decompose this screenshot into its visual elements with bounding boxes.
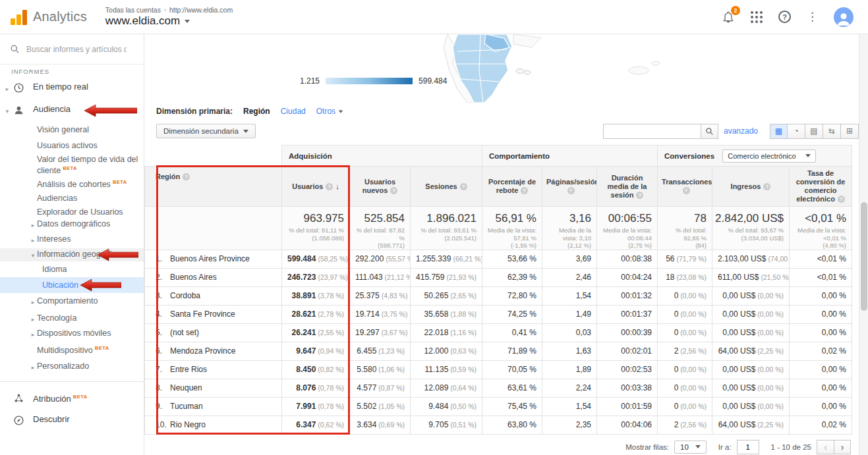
sidebar-item-vision-general[interactable]: Visión general	[0, 122, 144, 138]
sidebar-item-ubicacion[interactable]: Ubicación	[0, 277, 144, 293]
region-cell[interactable]: 1.Buenos Aires Province	[145, 250, 282, 268]
column-duracion-media[interactable]: Duración media de la sesión?	[597, 167, 658, 207]
table-row[interactable]: 1.Buenos Aires Province599.484(58,25 %)2…	[145, 250, 852, 268]
metric-cell: 6.347(0,62 %)	[282, 415, 350, 434]
view-pivot-button[interactable]: ⊞	[841, 124, 859, 139]
scrollbar-thumb[interactable]	[861, 202, 867, 311]
sidebar-item-personalizado[interactable]: ▸Personalizado	[0, 358, 144, 375]
next-page-button[interactable]: ›	[834, 440, 851, 454]
secondary-dimension-button[interactable]: Dimensión secundaria	[156, 124, 256, 138]
table-search-button[interactable]	[701, 124, 718, 139]
help-icon[interactable]: ?	[636, 192, 643, 199]
more-options-button[interactable]: ⋮	[807, 11, 818, 22]
sidebar-item-explorador-usuarios[interactable]: Explorador de Usuarios	[0, 206, 144, 218]
help-button[interactable]: ?	[778, 11, 791, 23]
chevron-right-icon[interactable]: ▸	[3, 84, 11, 94]
table-row[interactable]: 4.Santa Fe Province28.621(2,78 %)19.714(…	[145, 305, 852, 323]
sidebar-item-atribucion[interactable]: AtribuciónBETA	[0, 387, 144, 410]
sidebar-item-datos-demograficos[interactable]: ▸Datos demográficos	[0, 218, 144, 231]
search-input[interactable]	[26, 45, 127, 54]
chevron-down-icon[interactable]: ▾	[29, 251, 37, 260]
region-cell[interactable]: 3.Cordoba	[145, 286, 282, 305]
chevron-right-icon[interactable]: ▸	[29, 363, 37, 372]
column-sesiones[interactable]: Sesiones?	[411, 167, 482, 207]
column-transacciones[interactable]: Transacciones?	[658, 167, 712, 207]
chevron-right-icon[interactable]: ▸	[29, 298, 37, 307]
chevron-right-icon[interactable]: ▸	[29, 236, 37, 245]
column-paginas-sesion[interactable]: Páginas/sesión?	[542, 167, 597, 207]
geo-map[interactable]	[421, 34, 672, 103]
region-cell[interactable]: 5.(not set)	[145, 323, 282, 342]
sidebar-item-audiencia[interactable]: ▾Audiencia	[0, 99, 144, 122]
rows-per-page-select[interactable]: 10	[674, 441, 707, 454]
region-cell[interactable]: 10.Rio Negro	[145, 415, 282, 434]
sidebar-item-comportamiento[interactable]: ▸Comportamiento	[0, 293, 144, 310]
column-tasa-conversion[interactable]: Tasa de conversión de comercio electróni…	[790, 167, 852, 207]
table-row[interactable]: 2.Buenos Aires246.723(23,97 %)111.043(21…	[145, 268, 852, 286]
sidebar-item-informacion-geografica[interactable]: ▾Información geográfica	[0, 248, 144, 261]
property-selector[interactable]: www.eldia.com	[105, 14, 233, 28]
dimension-ciudad[interactable]: Ciudad	[281, 107, 306, 116]
sidebar-item-dispositivos-moviles[interactable]: ▸Dispositivos móviles	[0, 327, 144, 340]
help-icon[interactable]: ?	[521, 187, 528, 194]
table-search-input[interactable]	[603, 124, 701, 139]
table-row[interactable]: 5.(not set)26.241(2,55 %)19.297(3,67 %)2…	[145, 323, 852, 342]
sidebar-item-en-tiempo-real[interactable]: ▸En tiempo real	[0, 77, 144, 99]
help-icon[interactable]: ?	[838, 196, 845, 203]
dimension-otros[interactable]: Otros	[316, 107, 343, 116]
region-cell[interactable]: 4.Santa Fe Province	[145, 305, 282, 323]
table-row[interactable]: 7.Entre Rios8.450(0,82 %)5.580(1,06 %)11…	[145, 360, 852, 379]
table-row[interactable]: 8.Neuquen8.076(0,78 %)4.577(0,87 %)12.08…	[145, 379, 852, 397]
sidebar-item-analisis-cohortes[interactable]: Análisis de cohortesBETA	[0, 176, 144, 190]
help-icon[interactable]: ?	[460, 183, 467, 190]
region-cell[interactable]: 7.Entre Rios	[145, 360, 282, 379]
column-porcentaje-rebote[interactable]: Porcentaje de rebote?	[482, 167, 542, 207]
breadcrumb-property-url[interactable]: http://www.eldia.com	[169, 6, 233, 14]
breadcrumb-accounts[interactable]: Todas las cuentas	[105, 6, 161, 14]
notifications-button[interactable]: 2	[722, 11, 735, 24]
view-comparison-button[interactable]: ⇆	[823, 124, 841, 139]
help-icon[interactable]: ?	[683, 187, 690, 194]
table-row[interactable]: 6.Mendoza Province9.647(0,94 %)6.455(1,2…	[145, 342, 852, 360]
dimension-region[interactable]: Región	[243, 107, 270, 116]
help-icon[interactable]: ?	[390, 187, 397, 194]
view-performance-button[interactable]: ▤	[805, 124, 823, 139]
goto-page-input[interactable]	[737, 440, 759, 454]
help-icon[interactable]: ?	[567, 187, 575, 194]
help-icon[interactable]: ?	[326, 183, 333, 190]
sidebar-item-idioma[interactable]: Idioma	[0, 261, 144, 277]
sidebar-item-usuarios-activos[interactable]: Usuarios activos	[0, 138, 144, 153]
sidebar-item-tecnologia[interactable]: ▸Tecnología	[0, 310, 144, 327]
table-row[interactable]: 3.Cordoba38.891(3,78 %)25.375(4,83 %)50.…	[145, 286, 852, 305]
table-row[interactable]: 10.Rio Negro6.347(0,62 %)3.634(0,69 %)9.…	[145, 415, 852, 434]
sidebar-item-valor-tiempo-vida-cliente[interactable]: Valor del tiempo de vida del clienteBETA	[0, 153, 144, 176]
avatar[interactable]	[834, 7, 854, 27]
chevron-right-icon[interactable]: ▸	[29, 315, 37, 324]
help-icon[interactable]: ?	[183, 173, 190, 180]
sidebar-item-intereses[interactable]: ▸Intereses	[0, 231, 144, 248]
column-usuarios[interactable]: Usuarios?↓	[282, 167, 350, 207]
chevron-down-icon[interactable]: ▾	[3, 107, 11, 116]
sidebar-search[interactable]	[0, 34, 144, 65]
view-table-button[interactable]: ▦	[770, 124, 788, 139]
column-region[interactable]: Región?	[145, 167, 282, 207]
chevron-right-icon[interactable]: ▸	[29, 330, 37, 339]
sidebar-item-descubrir[interactable]: Descubrir	[0, 410, 144, 432]
vertical-scrollbar[interactable]	[859, 34, 868, 455]
advanced-search-link[interactable]: avanzado	[724, 126, 758, 136]
chevron-right-icon[interactable]: ▸	[29, 221, 37, 230]
region-cell[interactable]: 8.Neuquen	[145, 379, 282, 397]
apps-grid-button[interactable]	[751, 11, 763, 23]
sidebar-item-multidispositivo[interactable]: MultidispositivoBETA	[0, 340, 144, 358]
region-cell[interactable]: 2.Buenos Aires	[145, 268, 282, 286]
region-cell[interactable]: 6.Mendoza Province	[145, 342, 282, 360]
view-percentage-button[interactable]: ◔	[788, 124, 805, 139]
column-ingresos[interactable]: Ingresos?	[712, 167, 790, 207]
ecommerce-selector[interactable]: Comercio electrónico	[722, 149, 815, 163]
table-row[interactable]: 9.Tucuman7.991(0,78 %)5.502(1,05 %)9.484…	[145, 397, 852, 415]
column-usuarios-nuevos[interactable]: Usuarios nuevos?	[350, 167, 411, 207]
region-cell[interactable]: 9.Tucuman	[145, 397, 282, 415]
sidebar-item-audiencias[interactable]: Audiencias	[0, 190, 144, 206]
prev-page-button[interactable]: ‹	[817, 440, 834, 454]
help-icon[interactable]: ?	[763, 183, 770, 190]
